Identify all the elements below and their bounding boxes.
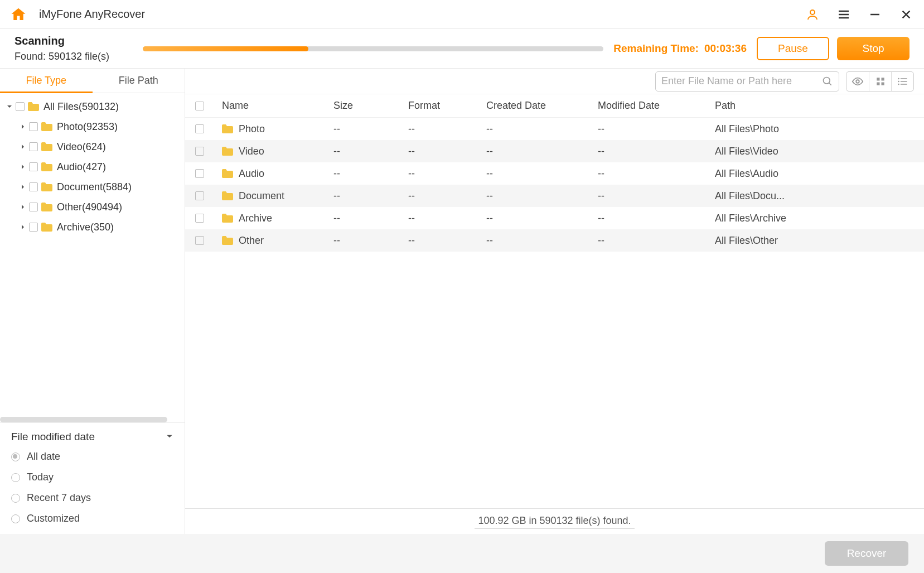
- folder-icon: [41, 122, 52, 131]
- preview-icon[interactable]: [846, 72, 869, 91]
- list-view-icon[interactable]: [891, 72, 913, 91]
- cell-format: --: [400, 123, 478, 135]
- tree-item[interactable]: Video(624): [0, 137, 185, 157]
- content: Name Size Format Created Date Modified D…: [185, 69, 924, 534]
- folder-icon: [28, 102, 39, 111]
- cell-name: Document: [239, 190, 284, 202]
- table-row[interactable]: Audio--------All Files\Audio: [185, 162, 924, 185]
- checkbox[interactable]: [195, 214, 204, 223]
- col-path[interactable]: Path: [707, 100, 924, 112]
- col-size[interactable]: Size: [326, 100, 400, 112]
- chevron-right-icon[interactable]: [17, 122, 29, 131]
- radio[interactable]: [11, 494, 20, 503]
- filter-label: Customized: [27, 513, 80, 524]
- minimize-icon[interactable]: [867, 7, 883, 22]
- table-row[interactable]: Other--------All Files\Other: [185, 229, 924, 252]
- table-row[interactable]: Archive--------All Files\Archive: [185, 207, 924, 229]
- tree-item[interactable]: Photo(92353): [0, 117, 185, 137]
- col-created[interactable]: Created Date: [478, 100, 590, 112]
- radio[interactable]: [11, 473, 20, 482]
- svg-point-6: [898, 78, 899, 79]
- menu-icon[interactable]: [836, 7, 852, 22]
- checkbox[interactable]: [29, 142, 38, 151]
- chevron-right-icon[interactable]: [17, 142, 29, 151]
- remaining-time: Remaining Time:00:03:36: [613, 42, 747, 55]
- chevron-right-icon[interactable]: [17, 182, 29, 191]
- chevron-right-icon[interactable]: [17, 203, 29, 211]
- titlebar: iMyFone AnyRecover: [0, 0, 924, 29]
- table-row[interactable]: Video--------All Files\Video: [185, 140, 924, 162]
- svg-point-1: [856, 80, 859, 83]
- tree-item[interactable]: Audio(427): [0, 157, 185, 177]
- cell-created: --: [478, 235, 590, 247]
- grid-view-icon[interactable]: [869, 72, 891, 91]
- table-row[interactable]: Photo--------All Files\Photo: [185, 118, 924, 140]
- tree-root[interactable]: All Files(590132): [0, 97, 185, 117]
- close-icon[interactable]: [898, 7, 914, 22]
- tree-label: Photo(92353): [57, 121, 118, 133]
- filter-option[interactable]: All date: [11, 451, 173, 463]
- filter-option[interactable]: Customized: [11, 513, 173, 524]
- checkbox[interactable]: [16, 102, 25, 111]
- col-modified[interactable]: Modified Date: [590, 100, 707, 112]
- checkbox[interactable]: [195, 147, 204, 156]
- cell-path: All Files\Docu...: [707, 190, 924, 202]
- select-all-checkbox[interactable]: [195, 102, 204, 110]
- stop-button[interactable]: Stop: [837, 37, 910, 60]
- col-name[interactable]: Name: [214, 100, 326, 112]
- filter-header[interactable]: File modified date: [11, 431, 173, 443]
- tree-item[interactable]: Other(490494): [0, 197, 185, 217]
- checkbox[interactable]: [29, 122, 38, 131]
- checkbox[interactable]: [29, 203, 38, 211]
- recover-button[interactable]: Recover: [825, 541, 908, 566]
- tab-file-type[interactable]: File Type: [0, 69, 93, 93]
- filter-option[interactable]: Today: [11, 471, 173, 483]
- cell-format: --: [400, 213, 478, 224]
- folder-icon: [222, 169, 233, 178]
- svg-point-8: [898, 83, 899, 85]
- file-table: Name Size Format Created Date Modified D…: [185, 94, 924, 508]
- cell-format: --: [400, 235, 478, 247]
- folder-icon: [222, 191, 233, 200]
- chevron-right-icon[interactable]: [17, 162, 29, 171]
- pause-button[interactable]: Pause: [757, 37, 829, 60]
- folder-icon: [222, 147, 233, 156]
- scanning-label: Scanning: [14, 35, 143, 47]
- cell-name: Photo: [239, 123, 265, 135]
- checkbox[interactable]: [195, 124, 204, 133]
- radio[interactable]: [11, 452, 20, 461]
- checkbox[interactable]: [195, 236, 204, 245]
- cell-created: --: [478, 213, 590, 224]
- cell-modified: --: [590, 190, 707, 202]
- table-row[interactable]: Document--------All Files\Docu...: [185, 185, 924, 207]
- checkbox[interactable]: [29, 162, 38, 171]
- checkbox[interactable]: [195, 169, 204, 178]
- search-input[interactable]: [655, 71, 839, 92]
- tree-item[interactable]: Document(5884): [0, 177, 185, 197]
- checkbox[interactable]: [29, 182, 38, 191]
- checkbox[interactable]: [195, 191, 204, 200]
- sidebar-scrollbar[interactable]: [0, 417, 167, 422]
- folder-icon: [41, 162, 52, 171]
- filter-option[interactable]: Recent 7 days: [11, 492, 173, 504]
- svg-rect-3: [881, 78, 884, 80]
- filter-label: Recent 7 days: [27, 492, 91, 504]
- radio[interactable]: [11, 514, 20, 523]
- tab-file-path[interactable]: File Path: [93, 69, 185, 93]
- chevron-right-icon[interactable]: [17, 223, 29, 232]
- tree-label: Video(624): [57, 141, 106, 153]
- tree-label: Audio(427): [57, 161, 106, 173]
- checkbox[interactable]: [29, 223, 38, 232]
- cell-created: --: [478, 168, 590, 180]
- chevron-down-icon: [166, 431, 173, 443]
- user-icon[interactable]: [805, 7, 820, 22]
- tree-item[interactable]: Archive(350): [0, 217, 185, 237]
- cell-created: --: [478, 146, 590, 157]
- chevron-down-icon[interactable]: [3, 102, 16, 111]
- search-icon[interactable]: [822, 76, 833, 87]
- home-icon[interactable]: [10, 6, 27, 23]
- cell-size: --: [326, 146, 400, 157]
- tree-label: Document(5884): [57, 181, 132, 193]
- col-format[interactable]: Format: [400, 100, 478, 112]
- cell-name: Audio: [239, 168, 264, 180]
